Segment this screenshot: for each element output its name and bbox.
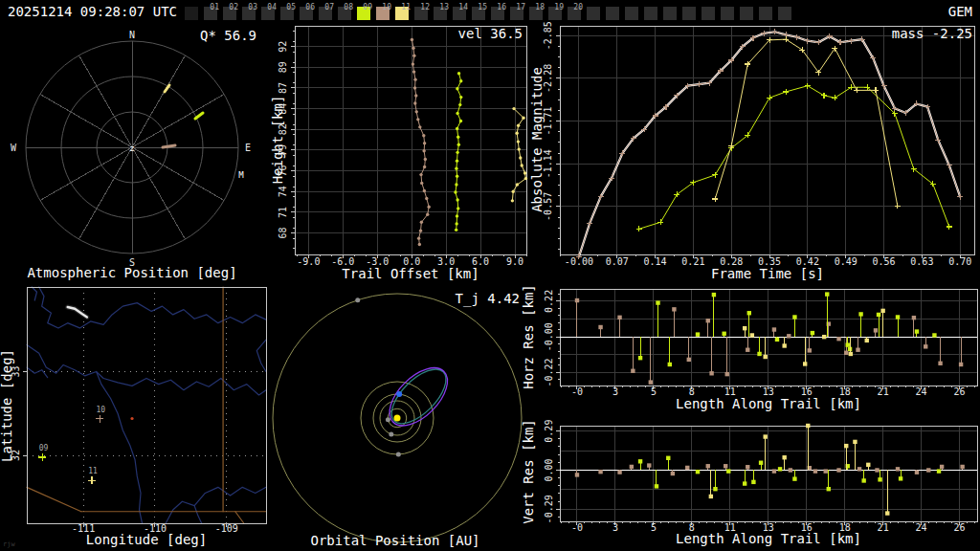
residual-point-station-11 — [880, 309, 884, 313]
camera-box-label: 09 — [363, 3, 372, 11]
camera-box-rect[interactable] — [587, 7, 600, 20]
camera-box-12[interactable]: 12 — [414, 3, 430, 20]
camera-box-02[interactable]: 02 — [223, 3, 238, 20]
camera-box-08[interactable]: 08 — [338, 3, 353, 20]
residual-point-station-09 — [899, 476, 902, 480]
x-tick-label: 24 — [916, 522, 927, 533]
residual-point-station-10 — [874, 328, 878, 332]
camera-box[interactable] — [625, 7, 638, 20]
camera-box[interactable] — [759, 7, 772, 20]
camera-box-19[interactable]: 19 — [548, 3, 564, 20]
y-tick-label: 89 — [278, 61, 288, 73]
camera-box[interactable] — [663, 7, 677, 20]
residual-point-station-09 — [666, 456, 670, 460]
camera-box-13[interactable]: 13 — [434, 3, 449, 20]
data-point-station-09 — [455, 222, 457, 225]
residual-point-station-11 — [822, 335, 826, 339]
camera-box-18[interactable]: 18 — [529, 3, 545, 20]
y-tick-label: 0.29 — [544, 420, 554, 443]
camera-box[interactable] — [778, 7, 791, 20]
camera-box-rect[interactable] — [185, 7, 198, 20]
panel-horz_res: -0358111316182124260.22-0.00-0.22 — [544, 289, 977, 397]
camera-box-rect[interactable] — [625, 7, 638, 20]
compass-west-label: W — [11, 143, 17, 153]
trail-ylabel: Height [km] — [270, 96, 285, 185]
camera-box-11[interactable]: 11 — [395, 3, 411, 20]
data-point-station-09 — [455, 229, 457, 231]
camera-box[interactable] — [606, 7, 619, 20]
y-tick-label: 71 — [278, 207, 288, 218]
camera-box-07[interactable]: 07 — [319, 3, 334, 20]
residual-point-station-09 — [878, 477, 881, 481]
residual-point-station-10 — [875, 468, 879, 472]
residual-point-station-09 — [726, 469, 730, 473]
data-point-station-10 — [412, 47, 414, 50]
residual-point-station-10 — [598, 325, 602, 329]
data-point-station-09 — [456, 214, 458, 217]
map-ylabel: Latitude [deg] — [0, 349, 14, 462]
camera-box[interactable] — [644, 7, 657, 20]
watermark: rjw — [3, 540, 15, 548]
camera-box[interactable] — [682, 7, 696, 20]
camera-box-10[interactable]: 10 — [376, 3, 391, 20]
camera-box-03[interactable]: 03 — [242, 3, 257, 20]
scene-canvas: 0102030405060708091011121314151617181920… — [0, 0, 980, 551]
residual-point-station-10 — [772, 469, 776, 473]
camera-box[interactable] — [587, 7, 600, 20]
camera-box-label: 16 — [497, 3, 506, 11]
residual-point-station-09 — [757, 352, 761, 356]
camera-box-rect[interactable] — [702, 7, 715, 20]
residual-point-station-10 — [706, 464, 710, 468]
camera-box[interactable] — [721, 7, 734, 20]
residual-point-station-10 — [896, 467, 900, 471]
data-point-station-10 — [412, 62, 414, 65]
camera-box-14[interactable]: 14 — [453, 3, 468, 20]
camera-box-17[interactable]: 17 — [510, 3, 525, 20]
x-tick-label: 0.70 — [948, 256, 971, 267]
data-point-station-09 — [456, 151, 458, 154]
y-tick-label: 68 — [278, 228, 288, 239]
data-point-station-11 — [517, 124, 520, 127]
residual-point-station-10 — [709, 371, 713, 375]
camera-box-15[interactable]: 15 — [472, 3, 487, 20]
camera-box[interactable] — [702, 7, 715, 20]
vert-res-ylabel: Vert Res [km] — [521, 419, 536, 524]
residual-point-station-10 — [630, 465, 634, 469]
camera-box-20[interactable]: 20 — [568, 3, 583, 20]
data-point-station-09 — [456, 127, 458, 130]
camera-box-rect[interactable] — [759, 7, 772, 20]
x-tick-label: 0.49 — [835, 256, 858, 267]
data-point-station-11 — [517, 140, 520, 143]
residual-point-station-10 — [671, 472, 675, 475]
x-tick-label: 0.07 — [606, 256, 629, 267]
camera-box-04[interactable]: 04 — [261, 3, 277, 20]
residual-point-station-09 — [712, 293, 716, 297]
camera-box-05[interactable]: 05 — [280, 3, 296, 20]
residual-point-station-09 — [792, 476, 796, 480]
utc-timestamp: 20251214 09:28:07 UTC — [8, 4, 177, 19]
camera-box[interactable] — [740, 7, 753, 20]
moon-marker-label: M — [238, 170, 244, 180]
camera-box-label: 03 — [248, 3, 257, 11]
data-point-station-10 — [418, 125, 421, 128]
camera-box-rect[interactable] — [606, 7, 619, 20]
camera-box-label: 15 — [478, 3, 487, 11]
camera-box-label: 12 — [420, 3, 430, 11]
camera-box-rect[interactable] — [778, 7, 791, 20]
data-point-station-09 — [459, 96, 462, 99]
tisserand-annotation: T_j 4.42 — [456, 291, 520, 307]
residual-point-station-11 — [763, 434, 767, 438]
camera-box-rect[interactable] — [740, 7, 753, 20]
camera-box-rect[interactable] — [644, 7, 657, 20]
camera-box-rect[interactable] — [682, 7, 696, 20]
residual-point-station-10 — [687, 358, 691, 362]
camera-box-06[interactable]: 06 — [300, 3, 315, 20]
camera-box-09[interactable]: 09 — [357, 3, 372, 20]
camera-box-rect[interactable] — [663, 7, 677, 20]
map-border — [27, 287, 266, 523]
camera-box[interactable] — [185, 7, 198, 20]
camera-box-01[interactable]: 01 — [204, 3, 219, 20]
camera-box-16[interactable]: 16 — [491, 3, 506, 20]
camera-box-rect[interactable] — [721, 7, 734, 20]
residual-point-station-10 — [926, 468, 930, 472]
